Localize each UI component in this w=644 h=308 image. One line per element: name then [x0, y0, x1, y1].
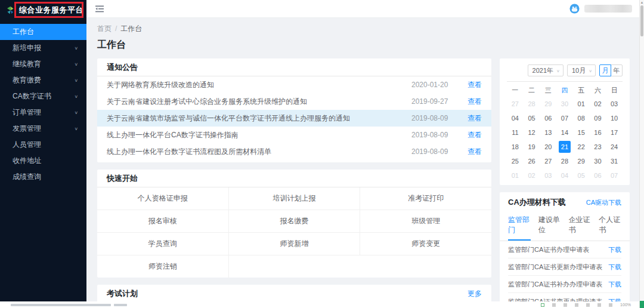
calendar-day[interactable]: 05: [526, 112, 538, 124]
calendar-day[interactable]: 30: [592, 155, 603, 167]
view-link[interactable]: 查看: [460, 97, 482, 107]
sidebar-item-shipping-address[interactable]: 收件地址: [0, 153, 86, 169]
notice-row[interactable]: 线上办理一体化平台数字证书流程图及所需材料清单 2019-08-09 查看: [97, 143, 491, 160]
eye-protection-icon[interactable]: [541, 303, 544, 307]
scrollbar-thumb[interactable]: [640, 5, 643, 36]
sidebar-item-score-inquiry[interactable]: 成绩查询: [0, 169, 86, 185]
view-link[interactable]: 查看: [460, 113, 482, 124]
calendar-day[interactable]: 02: [592, 98, 603, 110]
notice-row[interactable]: 线上办理一体化平台CA数字证书操作指南 2019-08-09 查看: [97, 127, 491, 143]
notice-title[interactable]: 关于云南省建设注册考试中心综合业务服务系统升级维护的通知: [107, 97, 411, 107]
notice-row[interactable]: 关于云南省建筑市场监管与诚信一体化平台数字证书开通线上办理服务的通知 2019-…: [97, 110, 491, 127]
notice-row[interactable]: 关于云南省建设注册考试中心综合业务服务系统升级维护的通知 2019-09-27 …: [97, 93, 491, 110]
tab-enterprise-certificate[interactable]: 企业证书: [569, 212, 592, 241]
download-link[interactable]: 下载: [608, 245, 621, 254]
notice-title[interactable]: 线上办理一体化平台数字证书流程图及所需材料清单: [107, 147, 411, 157]
calendar-day[interactable]: 05: [575, 170, 587, 181]
notice-row[interactable]: 关于网络教育系统升级改造的通知 2020-01-20 查看: [97, 76, 491, 93]
notice-title[interactable]: 关于网络教育系统升级改造的通知: [107, 80, 411, 90]
calendar-day[interactable]: 22: [575, 141, 587, 153]
calendar-day[interactable]: 27: [509, 98, 521, 110]
calendar-day[interactable]: 31: [608, 155, 620, 167]
calendar-day[interactable]: 28: [526, 98, 538, 110]
calendar-day[interactable]: 18: [509, 141, 521, 153]
quick-start-item[interactable]: 报名审核: [97, 210, 229, 232]
calendar-day[interactable]: 03: [608, 98, 620, 110]
status-icon[interactable]: [586, 303, 590, 307]
sidebar-item-workbench[interactable]: 工作台: [0, 24, 86, 40]
calendar-day[interactable]: 01: [575, 98, 587, 110]
sidebar-item-continuing-education[interactable]: 继续教育 ∨: [0, 56, 86, 72]
calendar-day[interactable]: 29: [575, 155, 587, 167]
tab-construction-unit[interactable]: 建设单位: [538, 212, 561, 241]
breadcrumb-home[interactable]: 首页: [97, 24, 112, 33]
calendar-day[interactable]: 03: [542, 170, 554, 181]
calendar-day[interactable]: 07: [608, 170, 620, 181]
notice-title[interactable]: 线上办理一体化平台CA数字证书操作指南: [107, 130, 411, 140]
scroll-up-icon[interactable]: ▲: [640, 1, 644, 4]
calendar-day[interactable]: 09: [592, 112, 603, 124]
calendar-day[interactable]: 02: [526, 170, 538, 181]
status-icon[interactable]: [609, 303, 612, 307]
calendar-day[interactable]: 13: [542, 127, 554, 138]
quick-start-item[interactable]: 师资变更: [360, 233, 491, 255]
calendar-day[interactable]: 06: [542, 112, 554, 124]
sidebar-item-invoice-management[interactable]: 发票管理 ∨: [0, 121, 86, 137]
calendar-day[interactable]: 11: [509, 127, 521, 138]
tab-personal-certificate[interactable]: 个人证书: [599, 212, 621, 241]
sidebar-item-ca-certificate[interactable]: CA数字证书 ∨: [0, 88, 86, 104]
calendar-day[interactable]: 01: [509, 170, 521, 181]
more-link[interactable]: 更多: [467, 289, 482, 299]
calendar-day[interactable]: 24: [608, 141, 620, 153]
calendar-day[interactable]: 20: [542, 141, 554, 153]
calendar-day[interactable]: 19: [526, 141, 538, 153]
view-link[interactable]: 查看: [460, 80, 482, 90]
view-link[interactable]: 查看: [460, 130, 482, 140]
quick-start-item[interactable]: 师资新增: [229, 233, 361, 255]
calendar-day[interactable]: 06: [592, 170, 603, 181]
calendar-day[interactable]: 23: [592, 141, 603, 153]
calendar-day[interactable]: 16: [592, 127, 603, 138]
sidebar-item-order-management[interactable]: 订单管理 ∨: [0, 104, 86, 121]
status-icon[interactable]: [564, 303, 567, 307]
download-link[interactable]: 下载: [608, 297, 621, 302]
tab-regulatory-department[interactable]: 监管部门: [508, 212, 531, 241]
quick-start-item[interactable]: 培训计划上报: [229, 187, 361, 210]
menu-fold-icon[interactable]: [95, 5, 104, 13]
calendar-day[interactable]: 10: [608, 112, 620, 124]
status-icon[interactable]: [597, 303, 601, 307]
calendar-day[interactable]: 26: [526, 155, 538, 167]
calendar-day[interactable]: 28: [559, 155, 571, 167]
notice-title[interactable]: 关于云南省建筑市场监管与诚信一体化平台数字证书开通线上办理服务的通知: [107, 113, 411, 124]
quick-start-item[interactable]: 学员查询: [97, 233, 229, 255]
download-link[interactable]: 下载: [608, 263, 621, 272]
status-icon[interactable]: [552, 303, 556, 307]
calendar-day[interactable]: 15: [575, 127, 587, 138]
calendar-day[interactable]: 08: [575, 112, 587, 124]
sidebar-item-new-training-report[interactable]: 新培申报 ∨: [0, 40, 86, 56]
vertical-scrollbar[interactable]: ▲: [639, 0, 644, 308]
calendar-day[interactable]: 17: [608, 127, 620, 138]
redacted-username[interactable]: [584, 5, 632, 13]
sidebar-item-education-payment[interactable]: 教育缴费 ∨: [0, 72, 86, 88]
view-link[interactable]: 查看: [460, 147, 482, 157]
calendar-day[interactable]: 21: [559, 141, 571, 153]
download-link[interactable]: 下载: [608, 280, 621, 289]
ca-driver-download-link[interactable]: CA驱动下载: [586, 198, 621, 207]
calendar-day[interactable]: 14: [559, 127, 571, 138]
quick-start-item[interactable]: 准考证打印: [360, 187, 491, 210]
mode-year-button[interactable]: 年: [611, 64, 623, 76]
calendar-day[interactable]: 04: [509, 112, 521, 124]
calendar-day[interactable]: 04: [559, 170, 571, 181]
calendar-day[interactable]: 25: [509, 155, 521, 167]
quick-start-item[interactable]: 个人资格证申报: [97, 187, 229, 210]
sidebar-item-personnel-management[interactable]: 人员管理: [0, 137, 86, 153]
calendar-day[interactable]: 12: [526, 127, 538, 138]
mode-month-button[interactable]: 月: [599, 64, 611, 76]
calendar-day[interactable]: 29: [542, 98, 554, 110]
quick-start-item[interactable]: 班级管理: [360, 210, 491, 232]
quick-start-item[interactable]: 报名缴费: [229, 210, 361, 232]
calendar-day[interactable]: 07: [559, 112, 571, 124]
user-avatar[interactable]: [569, 4, 580, 14]
calendar-day[interactable]: 30: [559, 98, 571, 110]
